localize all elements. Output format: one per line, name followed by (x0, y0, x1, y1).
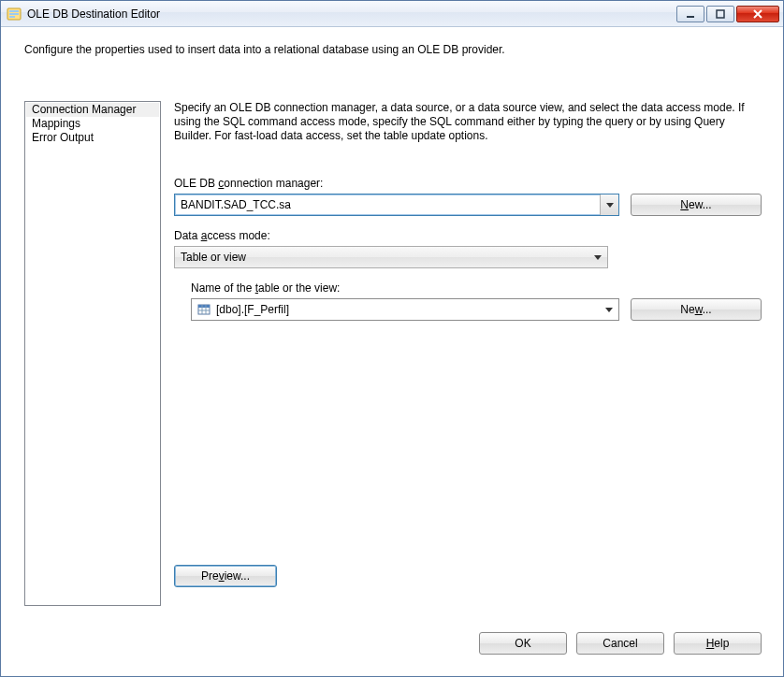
dialog-instruction: Configure the properties used to insert … (2, 28, 782, 64)
sidebar-item-label: Mappings (32, 117, 80, 130)
category-list[interactable]: Connection Manager Mappings Error Output (24, 101, 161, 606)
main-panel: Specify an OLE DB connection manager, a … (174, 64, 762, 597)
connection-manager-label: OLE DB connection manager: (174, 177, 762, 190)
dropdown-arrow-icon[interactable] (588, 247, 607, 267)
dropdown-arrow-icon[interactable] (600, 194, 618, 215)
client-area: Configure the properties used to insert … (2, 28, 782, 675)
new-connection-button[interactable]: New... (631, 194, 762, 216)
titlebar: OLE DB Destination Editor (1, 1, 783, 27)
sidebar-item-label: Error Output (32, 131, 94, 144)
svg-rect-1 (9, 10, 19, 12)
close-button[interactable] (736, 6, 779, 22)
dropdown-arrow-icon[interactable] (600, 299, 618, 320)
body-area: Connection Manager Mappings Error Output… (2, 64, 782, 597)
sidebar-item-connection-manager[interactable]: Connection Manager (26, 103, 159, 117)
sidebar-item-error-output[interactable]: Error Output (26, 131, 159, 145)
connection-manager-dropdown[interactable]: BANDIT.SAD_TCC.sa (174, 194, 619, 216)
data-access-mode-label: Data access mode: (174, 229, 762, 242)
table-name-value: [dbo].[F_Perfil] (216, 303, 600, 316)
dialog-footer: OK Cancel Help (2, 625, 782, 675)
new-table-button[interactable]: New... (631, 298, 762, 321)
sidebar-item-label: Connection Manager (32, 103, 136, 116)
table-icon (197, 303, 211, 316)
svg-rect-2 (9, 13, 19, 15)
window-controls (675, 6, 779, 22)
preview-button[interactable]: Preview... (174, 565, 277, 587)
table-name-dropdown[interactable]: [dbo].[F_Perfil] (191, 298, 619, 321)
app-icon (7, 7, 22, 22)
connection-manager-value: BANDIT.SAD_TCC.sa (181, 198, 600, 211)
svg-rect-4 (687, 16, 694, 18)
help-button[interactable]: Help (674, 632, 762, 655)
data-access-mode-dropdown[interactable]: Table or view (174, 246, 608, 268)
data-access-mode-value: Table or view (181, 251, 588, 264)
svg-rect-3 (9, 16, 15, 18)
sidebar-item-mappings[interactable]: Mappings (26, 117, 159, 131)
svg-rect-7 (198, 305, 210, 308)
ok-button[interactable]: OK (479, 632, 567, 655)
dialog-window: OLE DB Destination Editor Configure the … (0, 0, 784, 677)
window-title: OLE DB Destination Editor (27, 7, 675, 21)
maximize-button[interactable] (706, 6, 734, 22)
cancel-button[interactable]: Cancel (576, 632, 664, 655)
minimize-button[interactable] (676, 6, 704, 22)
svg-rect-5 (717, 10, 724, 18)
table-name-label: Name of the table or the view: (191, 281, 762, 295)
panel-description: Specify an OLE DB connection manager, a … (174, 101, 762, 143)
